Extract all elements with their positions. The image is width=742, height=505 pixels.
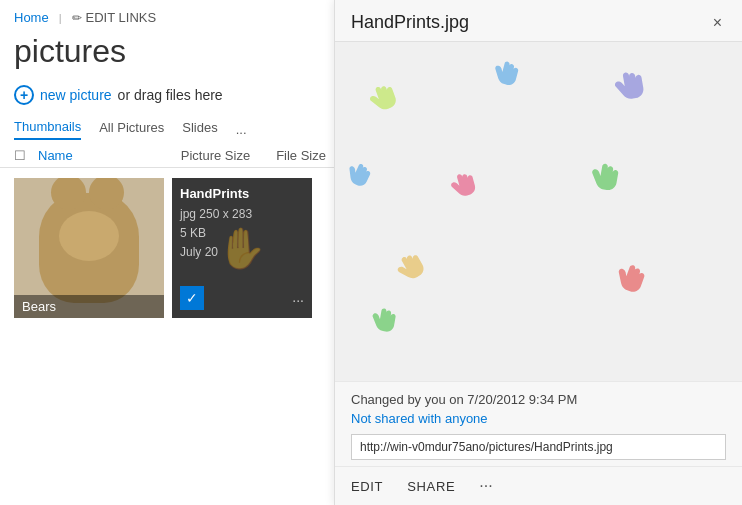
list-item-handprints[interactable]: ✋ HandPrints jpg 250 x 283 5 KB July 20 … [172,178,312,318]
handprint-icon [606,258,651,306]
breadcrumb: Home | ✏ EDIT LINKS [0,0,340,31]
list-header: ☐ Name Picture Size File Size [0,140,340,168]
page-title: pictures [0,31,340,79]
handprints-info: HandPrints jpg 250 x 283 5 KB July 20 [180,186,304,263]
handprint-icon [608,66,651,114]
handprint-icon [389,247,435,295]
column-name[interactable]: Name [38,148,175,163]
hp-name: HandPrints [180,186,304,201]
shared-link[interactable]: Not shared with anyone [351,411,726,426]
handprint-icon [365,304,401,344]
panel-title: HandPrints.jpg [351,12,469,33]
hp-ext-dims: jpg 250 x 283 [180,205,304,224]
pencil-icon: ✏ [72,11,82,25]
panel-image-area [335,42,742,381]
url-box[interactable]: http://win-v0mdur75ano/pictures/HandPrin… [351,434,726,460]
bear-face [59,211,119,261]
tab-thumbnails[interactable]: Thumbnails [14,119,81,140]
panel-actions: EDIT SHARE ··· [335,466,742,505]
new-picture-button[interactable]: + [14,85,34,105]
more-actions-button[interactable]: ··· [479,477,492,495]
bears-label: Bears [14,295,164,318]
panel-header: HandPrints.jpg × [335,0,742,42]
share-button[interactable]: SHARE [407,479,455,494]
thumbnails-grid: Bears ✋ HandPrints jpg 250 x 283 5 KB Ju… [0,168,340,328]
hp-size: 5 KB [180,224,304,243]
handprint-icon [486,56,524,98]
left-panel: Home | ✏ EDIT LINKS pictures + new pictu… [0,0,340,505]
hp-meta: jpg 250 x 283 5 KB July 20 [180,205,304,263]
column-picture-size: Picture Size [181,148,250,163]
close-button[interactable]: × [709,13,726,33]
handprint-icon [445,168,483,210]
column-file-size: File Size [276,148,326,163]
new-picture-link[interactable]: new picture [40,87,112,103]
hp-more-button[interactable]: ··· [292,292,304,308]
bear-image [39,193,139,303]
breadcrumb-separator: | [59,12,62,24]
tab-more[interactable]: ... [236,122,247,137]
home-link[interactable]: Home [14,10,49,25]
edit-button[interactable]: EDIT [351,479,383,494]
detail-panel: HandPrints.jpg × Changed by you on 7/20/… [334,0,742,505]
tab-all-pictures[interactable]: All Pictures [99,120,164,139]
drag-files-text: or drag files here [118,87,223,103]
handprint-icon [362,78,405,124]
hp-date: July 20 [180,243,304,262]
tab-slides[interactable]: Slides [182,120,217,139]
hp-check-icon[interactable]: ✓ [180,286,204,310]
header-checkbox-icon: ☐ [14,148,32,163]
changed-text: Changed by you on 7/20/2012 9:34 PM [351,392,726,407]
handprint-icon [337,156,376,198]
handprints-image [335,42,742,381]
edit-links-label: EDIT LINKS [86,10,157,25]
panel-info: Changed by you on 7/20/2012 9:34 PM Not … [335,381,742,466]
new-picture-row: + new picture or drag files here [0,79,340,111]
handprint-icon [584,158,624,202]
view-tabs: Thumbnails All Pictures Slides ... [0,111,340,140]
edit-links-button[interactable]: ✏ EDIT LINKS [72,10,157,25]
list-item-bears[interactable]: Bears [14,178,164,318]
